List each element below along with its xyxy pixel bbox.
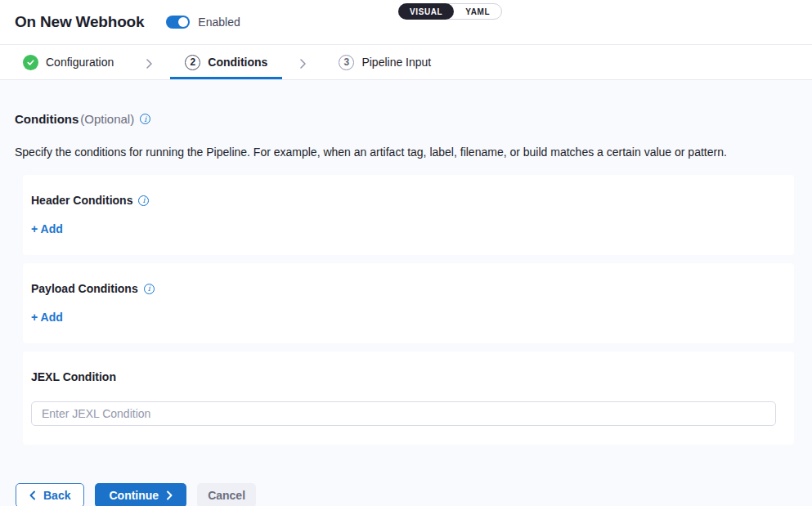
section-title: Conditions: [15, 112, 79, 126]
section-heading: Conditions (Optional): [15, 112, 794, 126]
step-configuration[interactable]: Configuration: [23, 45, 128, 79]
continue-button[interactable]: Continue: [95, 483, 186, 506]
step-number-badge: 3: [339, 55, 354, 70]
header-conditions-card: Header Conditions + Add: [23, 175, 794, 255]
step-label: Pipeline Input: [361, 56, 431, 69]
trigger-wizard-page: On New Webhook Enabled VISUAL YAML Confi…: [0, 0, 812, 506]
yaml-tab[interactable]: YAML: [454, 4, 501, 19]
chevron-right-icon: [166, 490, 173, 500]
chevron-left-icon: [29, 490, 36, 500]
cancel-button-label: Cancel: [208, 489, 245, 502]
page-header: On New Webhook Enabled VISUAL YAML: [0, 0, 812, 45]
enabled-toggle[interactable]: [166, 16, 190, 29]
card-title-row: Payload Conditions: [31, 282, 776, 295]
add-header-condition-link[interactable]: + Add: [31, 222, 63, 235]
visual-yaml-switcher: VISUAL YAML: [398, 3, 502, 20]
chevron-right-icon: [299, 45, 307, 79]
continue-button-label: Continue: [109, 489, 159, 502]
payload-conditions-title: Payload Conditions: [31, 282, 138, 295]
enabled-toggle-group: Enabled: [166, 16, 240, 29]
card-title-row: Header Conditions: [31, 194, 776, 207]
add-payload-condition-link[interactable]: + Add: [31, 311, 63, 324]
payload-conditions-card: Payload Conditions + Add: [23, 263, 794, 343]
info-icon[interactable]: [138, 195, 149, 206]
check-circle-icon: [23, 55, 38, 70]
cancel-button[interactable]: Cancel: [197, 483, 256, 506]
chevron-right-icon: [146, 45, 153, 79]
wizard-step-tabs: Configuration 2 Conditions 3 Pipeline In…: [0, 45, 812, 80]
step-conditions[interactable]: 2 Conditions: [170, 45, 282, 79]
page-title: On New Webhook: [15, 13, 144, 31]
toggle-knob: [178, 17, 188, 27]
header-conditions-title: Header Conditions: [31, 194, 132, 207]
conditions-panel: Conditions (Optional) Specify the condit…: [0, 80, 812, 506]
card-title-row: JEXL Condition: [31, 370, 776, 383]
jexl-condition-title: JEXL Condition: [31, 370, 116, 383]
jexl-condition-card: JEXL Condition: [23, 352, 794, 445]
wizard-footer: Back Continue Cancel: [16, 483, 794, 506]
jexl-condition-input[interactable]: [31, 401, 776, 426]
step-pipeline-input[interactable]: 3 Pipeline Input: [324, 45, 446, 79]
info-icon[interactable]: [140, 114, 150, 124]
back-button-label: Back: [43, 489, 70, 502]
info-icon[interactable]: [144, 284, 155, 294]
step-label: Configuration: [46, 56, 114, 69]
step-label: Conditions: [208, 56, 267, 69]
back-button[interactable]: Back: [16, 483, 84, 506]
section-optional-label: (Optional): [80, 112, 134, 126]
visual-tab[interactable]: VISUAL: [398, 3, 454, 20]
section-description: Specify the conditions for running the P…: [15, 146, 794, 159]
step-number-badge: 2: [185, 55, 200, 70]
enabled-toggle-label: Enabled: [198, 16, 240, 29]
